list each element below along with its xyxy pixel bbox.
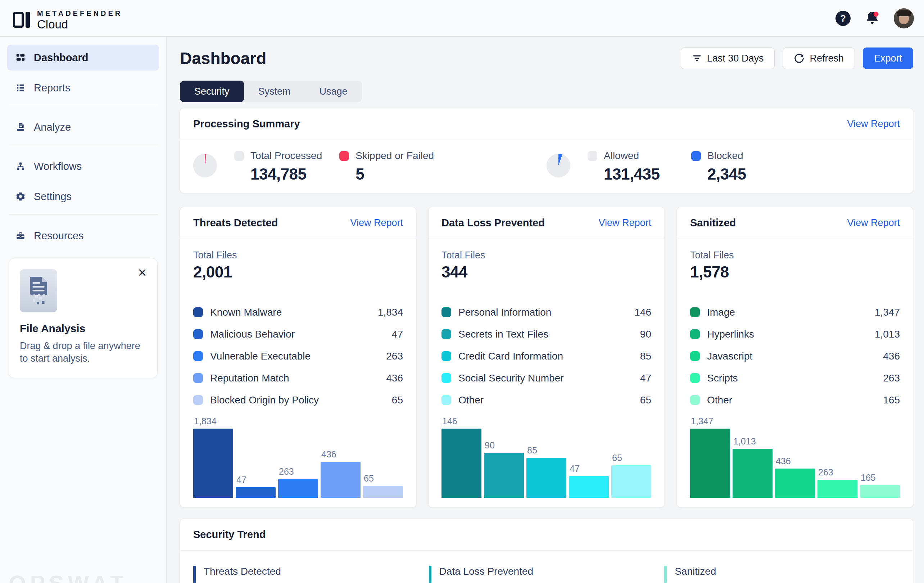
bar-value-label: 90: [485, 440, 524, 451]
filter-icon: [692, 53, 702, 63]
export-label: Export: [874, 53, 902, 64]
legend-label: Hyperlinks: [707, 329, 754, 340]
sidebar-item-workflows[interactable]: Workflows: [7, 153, 159, 179]
stat-label: Blocked: [708, 150, 743, 162]
view-report-link[interactable]: View Report: [350, 217, 403, 228]
legend-value: 436: [386, 372, 403, 384]
card-title: Data Loss Prevented: [442, 217, 545, 229]
total-files-value: 2,001: [193, 263, 403, 281]
sidebar-item-dashboard[interactable]: Dashboard: [7, 45, 159, 71]
bar-hyperlinks: 1,013: [733, 436, 772, 498]
legend-label: Image: [707, 307, 735, 318]
bar-credit-card-information: 85: [526, 445, 566, 498]
tab-security[interactable]: Security: [180, 81, 244, 102]
legend-row: Other65: [442, 389, 651, 411]
legend-swatch: [442, 351, 451, 361]
total-files-label: Total Files: [690, 250, 900, 261]
export-button[interactable]: Export: [863, 48, 913, 69]
file-analysis-promo-card: ✕ File Analysis Drag & drop a file anywh…: [9, 258, 158, 378]
legend-swatch: [193, 329, 203, 339]
total-files-value: 1,578: [690, 263, 900, 281]
legend-swatch: [442, 395, 451, 405]
legend-swatch: [690, 395, 700, 405]
bar-rect: [775, 469, 815, 498]
bar-rect: [526, 458, 566, 498]
bar-known-malware: 1,834: [193, 416, 233, 498]
sidebar-item-settings[interactable]: Settings: [7, 183, 159, 210]
legend-swatch: [690, 307, 700, 317]
legend-row: Malicious Behavior47: [193, 323, 403, 345]
view-report-link[interactable]: View Report: [598, 217, 651, 228]
help-icon[interactable]: ?: [835, 11, 851, 26]
legend-label: Secrets in Text Files: [459, 329, 548, 340]
refresh-button[interactable]: Refresh: [782, 48, 855, 69]
legend-list: Image1,347 Hyperlinks1,013 Javascript436…: [690, 301, 900, 411]
legend-swatch: [442, 373, 451, 383]
total-files-value: 344: [442, 263, 651, 281]
settings-gear-icon: [15, 191, 26, 202]
sidebar-item-label: Resources: [34, 230, 84, 242]
bar-value-label: 1,834: [194, 416, 233, 426]
bar-rect: [320, 462, 361, 498]
accent-bar: [193, 566, 196, 583]
legend-value: 47: [392, 329, 403, 340]
sidebar-divider: [9, 145, 158, 145]
brand-logo[interactable]: METADEFENDER Cloud: [13, 9, 122, 30]
total-files-label: Total Files: [193, 250, 403, 261]
security-trend-card: Security Trend Threats Detected 12,000 +…: [180, 519, 913, 583]
trend-stat-sanitized: Sanitized 6,500 +100 (+1%): [664, 566, 900, 583]
bar-rect: [690, 429, 730, 498]
legend-row: Reputation Match436: [193, 367, 403, 389]
stat-label: Total Processed: [251, 150, 322, 162]
card-title: Sanitized: [690, 217, 736, 229]
bar-value-label: 65: [364, 473, 403, 484]
bar-malicious-behavior: 47: [236, 475, 276, 498]
tab-system[interactable]: System: [244, 81, 305, 102]
bar-value-label: 263: [279, 466, 318, 477]
processed-summary-group: Total Processed 134,785 Skipped or Faile…: [193, 150, 546, 183]
legend-swatch: [193, 395, 203, 405]
legend-value: 263: [386, 350, 403, 362]
sidebar-item-analyze[interactable]: Analyze: [7, 114, 159, 140]
view-report-link[interactable]: View Report: [847, 217, 900, 228]
date-filter-button[interactable]: Last 30 Days: [681, 48, 775, 69]
legend-label: Malicious Behavior: [210, 329, 295, 340]
legend-value: 165: [883, 395, 900, 406]
card-title: Security Trend: [193, 528, 266, 540]
legend-row: Social Security Number47: [442, 367, 651, 389]
stat-value: 134,785: [234, 165, 322, 183]
resources-toolbox-icon: [15, 230, 26, 241]
summary-stat: Skipped or Failed 5: [339, 150, 434, 183]
refresh-label: Refresh: [810, 53, 844, 64]
view-report-link[interactable]: View Report: [847, 118, 900, 130]
brand-name: METADEFENDER: [37, 9, 122, 18]
legend-swatch: [690, 329, 700, 339]
bar-value-label: 47: [569, 464, 609, 474]
bar-value-label: 436: [321, 449, 361, 459]
data-loss-prevented-card: Data Loss Prevented View Report Total Fi…: [428, 207, 665, 507]
legend-row: Javascript436: [690, 345, 900, 367]
opswat-watermark: OPSWAT: [9, 570, 128, 583]
bar-rect: [236, 487, 276, 498]
trend-stat-threats: Threats Detected 12,000 +100 (+1%): [193, 566, 429, 583]
bar-other: 65: [611, 453, 651, 498]
legend-swatch: [339, 151, 349, 161]
page-title: Dashboard: [180, 49, 266, 68]
tab-usage[interactable]: Usage: [305, 81, 362, 102]
bar-javascript: 436: [775, 456, 815, 498]
legend-row: Vulnerable Executable263: [193, 345, 403, 367]
notifications-bell-icon[interactable]: [863, 10, 881, 27]
bar-rect: [733, 449, 772, 498]
bar-value-label: 1,347: [691, 416, 730, 426]
close-icon[interactable]: ✕: [137, 267, 147, 279]
legend-label: Reputation Match: [210, 372, 289, 384]
user-avatar[interactable]: [894, 8, 914, 28]
sidebar-item-reports[interactable]: Reports: [7, 75, 159, 101]
accent-bar: [429, 566, 431, 583]
bar-value-label: 65: [612, 453, 651, 463]
sidebar-item-resources[interactable]: Resources: [7, 223, 159, 249]
legend-list: Known Malware1,834 Malicious Behavior47 …: [193, 301, 403, 411]
bar-scripts: 263: [817, 467, 858, 498]
bar-value-label: 146: [442, 416, 482, 426]
sidebar-item-label: Reports: [34, 82, 71, 94]
